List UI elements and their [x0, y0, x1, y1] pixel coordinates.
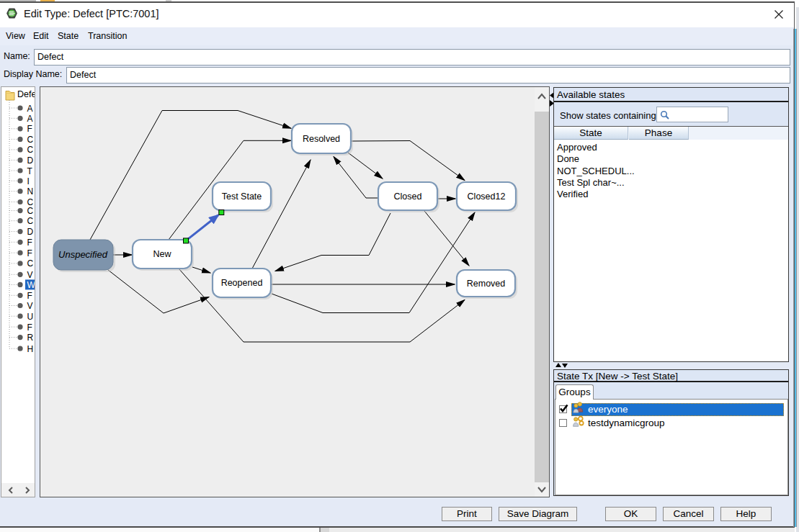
svg-text:F: F [27, 238, 32, 248]
svg-text:N: N [27, 186, 34, 197]
svg-text:F: F [27, 291, 32, 301]
svg-text:T: T [27, 166, 33, 176]
svg-text:U: U [27, 312, 34, 322]
svg-text:C: C [27, 206, 34, 216]
svg-text:Resolved: Resolved [303, 134, 340, 144]
svg-text:H: H [27, 344, 34, 354]
svg-text:C: C [27, 258, 34, 269]
svg-text:Removed: Removed [467, 279, 506, 289]
svg-text:A: A [27, 104, 33, 114]
svg-text:D: D [27, 155, 34, 166]
svg-text:I: I [27, 176, 30, 186]
svg-text:C: C [27, 145, 34, 155]
svg-text:Closed12: Closed12 [468, 191, 506, 202]
svg-text:Reopened: Reopened [221, 278, 263, 288]
svg-text:Test State: Test State [222, 191, 262, 202]
svg-text:Unspecified: Unspecified [58, 249, 108, 260]
svg-text:V: V [27, 301, 33, 311]
svg-text:C: C [27, 135, 34, 145]
svg-text:Closed: Closed [394, 191, 422, 202]
svg-text:Defe: Defe [17, 89, 35, 99]
svg-text:A: A [27, 114, 33, 124]
svg-text:R: R [27, 333, 34, 343]
svg-text:F: F [27, 124, 32, 134]
svg-text:New: New [153, 249, 171, 259]
svg-text:D: D [27, 227, 34, 237]
svg-text:W: W [27, 280, 35, 290]
svg-text:V: V [27, 270, 33, 280]
svg-text:F: F [27, 323, 32, 333]
svg-text:F: F [27, 248, 32, 258]
svg-text:C: C [27, 216, 34, 226]
